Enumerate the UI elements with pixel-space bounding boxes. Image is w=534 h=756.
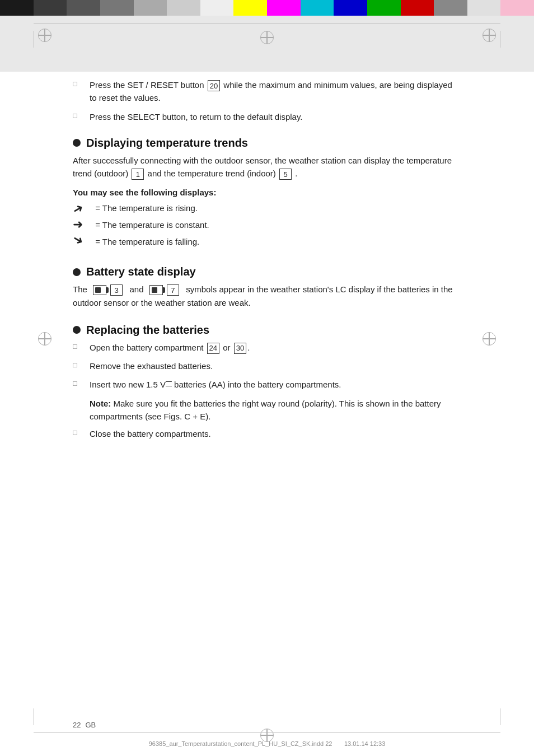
battery-icon-3: 3 (93, 284, 124, 296)
section-temp-trends-body: After successfully connecting with the o… (73, 154, 461, 180)
battery-icon-7: 7 (149, 284, 180, 296)
badge-3: 3 (110, 284, 123, 296)
section-replacing-heading: Replacing the batteries (73, 324, 461, 337)
bullet-list-section1: □ Press the SET / RESET button 20 while … (73, 78, 461, 125)
section-battery-title: Battery state display (86, 265, 196, 278)
bullet-open-icon: □ (73, 428, 84, 437)
section-dot-icon (73, 139, 81, 147)
list-item-text-close: Close the battery compartments. (90, 427, 211, 440)
list-item: □ Press the SELECT button, to return to … (73, 110, 461, 125)
page-number: 22 (73, 721, 81, 729)
arrow-const-icon: ➜ (73, 217, 88, 232)
battery-body-3 (93, 285, 106, 295)
note-text: Make sure you fit the batteries the righ… (90, 399, 441, 421)
list-item-close-battery: □ Close the battery compartments. (73, 427, 461, 442)
list-item-open-battery: □ Open the battery compartment 24 or 30. (73, 341, 461, 356)
arrow-falling-icon: ➜ (70, 231, 91, 252)
reg-mark-mid-left (36, 330, 53, 347)
badge-1: 1 (132, 169, 144, 180)
bullet-open-icon: □ (73, 342, 84, 351)
list-item-text-insert: Insert two new 1.5 V— batteries (AA) int… (90, 378, 341, 391)
sub-heading-displays: You may see the following displays: (73, 188, 461, 197)
reg-mark-mid-right (481, 330, 498, 347)
svg-rect-0 (95, 287, 101, 293)
battery-body-7 (149, 285, 163, 295)
badge-7: 7 (167, 284, 179, 296)
list-item-remove-batteries: □ Remove the exhausted batteries. (73, 360, 461, 375)
section-battery-heading: Battery state display (73, 265, 461, 278)
section-dot-replacing-icon (73, 326, 81, 334)
color-bar (0, 0, 534, 16)
battery-fill-icon-2 (152, 287, 160, 293)
badge-24: 24 (207, 343, 219, 354)
battery-fill-icon (95, 287, 103, 293)
reg-mark-top-left (36, 27, 53, 44)
list-item-insert-batteries: □ Insert two new 1.5 V— batteries (AA) i… (73, 378, 461, 393)
arrow-const-label: = The temperature is constant. (93, 220, 209, 230)
section-dot-battery-icon (73, 268, 81, 276)
border-top-line (34, 24, 500, 24)
reg-mark-bottom-center (259, 727, 275, 744)
reg-mark-top-center (259, 29, 275, 46)
bullet-open-icon: □ (73, 111, 84, 120)
list-item-text: Open the battery compartment 24 or 30. (90, 341, 250, 354)
arrow-rising-icon: ➜ (70, 198, 91, 218)
border-left-line (34, 31, 34, 48)
badge-20: 20 (208, 80, 220, 91)
section-battery-body: The 3 and 7 symbols appear in the weathe… (73, 283, 461, 309)
bullet-open-icon: □ (73, 361, 84, 369)
note-label: Note: (90, 399, 111, 408)
bullet-open-icon: □ (73, 80, 84, 88)
list-item-text: Press the SET / RESET button 20 while th… (90, 78, 461, 105)
badge-5: 5 (279, 169, 292, 180)
section-temp-trends-heading: Displaying temperature trends (73, 137, 461, 150)
page-lang: GB (85, 721, 96, 729)
badge-30: 30 (234, 343, 246, 354)
list-item: □ Press the SET / RESET button 20 while … (73, 78, 461, 107)
main-content: □ Press the SET / RESET button 20 while … (73, 78, 461, 711)
list-item-text-remove: Remove the exhausted batteries. (90, 360, 213, 372)
section-replacing-title: Replacing the batteries (86, 324, 209, 337)
arrow-falling-label: = The temperature is falling. (93, 237, 199, 246)
arrow-rising-label: = The temperature is rising. (93, 203, 198, 213)
arrow-const-item: ➜ = The temperature is constant. (73, 217, 461, 232)
border-right-line (500, 31, 500, 48)
note-block: Note: Make sure you fit the batteries th… (90, 397, 461, 423)
section-temp-trends-title: Displaying temperature trends (86, 137, 248, 150)
border-right-line-bottom (500, 708, 500, 725)
arrow-rising-item: ➜ = The temperature is rising. (73, 200, 461, 215)
battery-tip-icon (106, 287, 109, 293)
svg-rect-1 (152, 287, 157, 293)
replacing-list: □ Open the battery compartment 24 or 30.… (73, 341, 461, 443)
arrow-falling-item: ➜ = The temperature is falling. (73, 234, 461, 249)
bullet-open-icon: □ (73, 379, 84, 388)
list-item-text: Press the SELECT button, to return to th… (90, 110, 303, 123)
border-left-line-bottom (34, 708, 34, 725)
reg-mark-top-right (481, 27, 498, 44)
battery-tip-icon-2 (163, 287, 165, 293)
